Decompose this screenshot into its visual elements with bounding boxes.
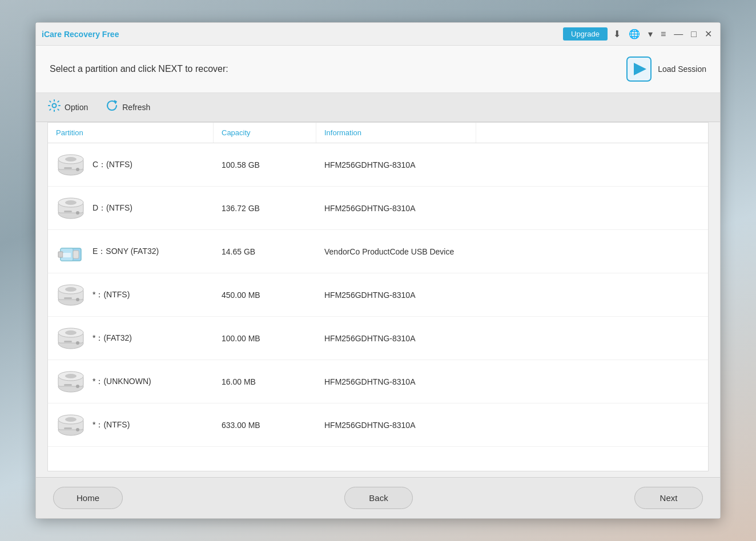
svg-point-13 xyxy=(76,211,79,215)
svg-point-2 xyxy=(53,104,57,108)
svg-point-24 xyxy=(76,298,79,301)
instruction-text: Select a partition and click NEXT to rec… xyxy=(50,64,228,74)
svg-point-42 xyxy=(76,428,79,431)
refresh-label: Refresh xyxy=(122,103,150,112)
svg-point-6 xyxy=(65,157,77,162)
bottom-bar: Home Back Next xyxy=(36,477,720,518)
table-row[interactable]: E：SONY (FAT32) 14.65 GB VendorCo Product… xyxy=(48,230,708,273)
partition-cell: E：SONY (FAT32) xyxy=(48,235,214,269)
maximize-icon[interactable]: □ xyxy=(689,28,699,41)
partition-cell: *：(FAT32) xyxy=(48,321,214,356)
svg-rect-25 xyxy=(64,297,72,299)
col-capacity: Capacity xyxy=(214,123,316,143)
titlebar: iCare Recovery Free Upgrade ⬇ 🌐 ▾ ≡ — □ … xyxy=(36,23,720,46)
load-session-label: Load Session xyxy=(658,64,706,74)
extra-cell xyxy=(476,376,708,387)
partition-name: C：(NTFS) xyxy=(93,160,132,170)
usb-icon xyxy=(56,240,86,263)
hdd-icon xyxy=(56,197,86,220)
svg-rect-19 xyxy=(63,253,71,257)
info-cell: VendorCo ProductCode USB Device xyxy=(316,241,476,262)
minimize-icon[interactable]: — xyxy=(671,28,685,41)
load-session-icon xyxy=(626,56,652,82)
hdd-icon xyxy=(56,414,86,437)
info-cell: HFM256GDHTNG-8310A xyxy=(316,415,476,435)
col-information: Information xyxy=(316,123,476,143)
capacity-cell: 16.00 MB xyxy=(214,372,316,392)
load-session-button[interactable]: Load Session xyxy=(626,56,706,82)
titlebar-controls: Upgrade ⬇ 🌐 ▾ ≡ — □ ✕ xyxy=(563,27,714,41)
capacity-cell: 633.00 MB xyxy=(214,415,316,435)
partition-cell: C：(NTFS) xyxy=(48,148,214,182)
option-label: Option xyxy=(65,103,88,112)
partition-name: *：(NTFS) xyxy=(93,290,130,300)
table-row[interactable]: *：(FAT32) 100.00 MB HFM256GDHTNG-8310A xyxy=(48,317,708,360)
option-button[interactable]: Option xyxy=(47,99,88,116)
svg-point-23 xyxy=(65,287,77,292)
hdd-icon xyxy=(56,154,86,176)
hdd-icon xyxy=(56,370,86,393)
main-window: iCare Recovery Free Upgrade ⬇ 🌐 ▾ ≡ — □ … xyxy=(35,22,721,519)
toolbar: Option Refresh xyxy=(36,93,720,122)
partition-name: *：(NTFS) xyxy=(93,420,130,430)
refresh-button[interactable]: Refresh xyxy=(105,99,150,116)
svg-rect-37 xyxy=(64,384,72,386)
svg-point-7 xyxy=(76,168,79,171)
svg-point-41 xyxy=(65,417,77,422)
partition-name: *：(UNKNOWN) xyxy=(93,377,151,387)
dropdown-icon[interactable]: ▾ xyxy=(646,27,655,41)
table-row[interactable]: *：(NTFS) 633.00 MB HFM256GDHTNG-8310A xyxy=(48,403,708,447)
back-button[interactable]: Back xyxy=(344,487,413,509)
refresh-icon xyxy=(105,99,119,116)
menu-icon[interactable]: ≡ xyxy=(658,28,668,41)
info-cell: HFM256GDHTNG-8310A xyxy=(316,155,476,175)
partition-name: D：(NTFS) xyxy=(93,203,132,213)
table-row[interactable]: *：(NTFS) 450.00 MB HFM256GDHTNG-8310A xyxy=(48,273,708,317)
partition-cell: D：(NTFS) xyxy=(48,191,214,225)
extra-cell xyxy=(476,289,708,301)
capacity-cell: 14.65 GB xyxy=(214,241,316,262)
partition-cell: *：(UNKNOWN) xyxy=(48,365,214,399)
capacity-cell: 450.00 MB xyxy=(214,285,316,305)
col-partition: Partition xyxy=(48,123,214,143)
svg-point-30 xyxy=(76,341,79,345)
svg-point-36 xyxy=(76,385,79,388)
svg-point-29 xyxy=(65,330,77,335)
svg-point-35 xyxy=(65,374,77,378)
svg-rect-14 xyxy=(64,211,72,212)
extra-cell xyxy=(476,419,708,431)
capacity-cell: 136.72 GB xyxy=(214,198,316,219)
download-icon[interactable]: ⬇ xyxy=(611,27,623,41)
table-row[interactable]: C：(NTFS) 100.58 GB HFM256GDHTNG-8310A xyxy=(48,143,708,187)
extra-cell xyxy=(476,333,708,344)
app-title: iCare Recovery Free xyxy=(42,30,563,39)
table-row[interactable]: *：(UNKNOWN) 16.00 MB HFM256GDHTNG-8310A xyxy=(48,360,708,403)
svg-rect-18 xyxy=(58,252,63,257)
extra-cell xyxy=(476,203,708,214)
header: Select a partition and click NEXT to rec… xyxy=(36,46,720,93)
globe-icon[interactable]: 🌐 xyxy=(626,27,642,41)
gear-icon xyxy=(47,99,61,116)
capacity-cell: 100.00 MB xyxy=(214,328,316,349)
svg-rect-43 xyxy=(64,427,72,429)
info-cell: HFM256GDHTNG-8310A xyxy=(316,198,476,219)
hdd-icon xyxy=(56,327,86,350)
col-extra xyxy=(476,123,708,143)
capacity-cell: 100.58 GB xyxy=(214,155,316,175)
svg-point-12 xyxy=(65,200,77,205)
close-icon[interactable]: ✕ xyxy=(702,27,714,41)
next-button[interactable]: Next xyxy=(634,487,703,509)
svg-rect-31 xyxy=(64,341,72,342)
svg-rect-8 xyxy=(64,167,72,169)
upgrade-button[interactable]: Upgrade xyxy=(563,27,608,41)
partition-table: Partition Capacity Information C：(NTFS) … xyxy=(47,122,709,471)
home-button[interactable]: Home xyxy=(53,487,123,509)
info-cell: HFM256GDHTNG-8310A xyxy=(316,285,476,305)
extra-cell xyxy=(476,246,708,257)
table-row[interactable]: D：(NTFS) 136.72 GB HFM256GDHTNG-8310A xyxy=(48,187,708,230)
info-cell: HFM256GDHTNG-8310A xyxy=(316,328,476,349)
hdd-icon xyxy=(56,284,86,306)
partition-cell: *：(NTFS) xyxy=(48,408,214,442)
partition-cell: *：(NTFS) xyxy=(48,278,214,312)
partition-name: *：(FAT32) xyxy=(93,333,132,344)
